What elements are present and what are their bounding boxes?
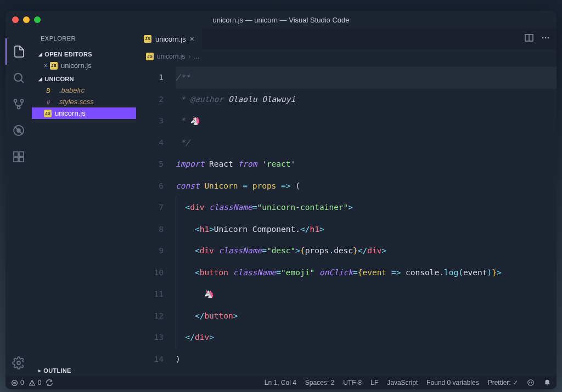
js-file-icon: JS	[44, 110, 52, 117]
svg-point-25	[531, 382, 532, 383]
status-cursor[interactable]: Ln 1, Col 4	[265, 379, 296, 387]
status-variables[interactable]: Found 0 variables	[426, 379, 479, 387]
debug-icon[interactable]	[5, 117, 32, 144]
status-encoding[interactable]: UTF-8	[343, 379, 362, 387]
code-line[interactable]: * @author Olaolu Olawuyi	[176, 89, 557, 111]
status-spaces[interactable]: Spaces: 2	[305, 379, 334, 387]
svg-point-0	[14, 73, 22, 81]
code-line[interactable]: <div className="unicorn-container">	[176, 197, 557, 219]
breadcrumb-file: unicorn.js	[157, 53, 185, 60]
code-area[interactable]: 1234567891011121314 /** * @author Olaolu…	[136, 64, 557, 376]
file-name: unicorn.js	[55, 109, 86, 117]
code-line[interactable]: import React from 'react'	[176, 154, 557, 175]
svg-point-16	[545, 37, 547, 39]
traffic-lights	[12, 16, 41, 23]
titlebar: unicorn.js — unicorn — Visual Studio Cod…	[5, 11, 557, 29]
status-eol[interactable]: LF	[370, 379, 378, 387]
status-feedback-icon[interactable]	[527, 379, 535, 387]
js-file-icon: JS	[146, 53, 154, 60]
window-close-button[interactable]	[12, 16, 19, 23]
status-warnings[interactable]: 0	[29, 379, 42, 387]
code-line[interactable]: <button className="emoji" onClick={event…	[176, 262, 557, 284]
outline-title[interactable]: ▸OUTLINE	[32, 365, 136, 376]
code-line[interactable]: </button>	[176, 305, 557, 327]
chevron-down-icon: ◢	[38, 52, 42, 57]
sidebar-header: EXPLORER	[32, 29, 136, 48]
breadcrumb[interactable]: JS unicorn.js › ...	[136, 49, 557, 64]
file-item[interactable]: #styles.scss	[32, 96, 136, 107]
babel-file-icon: B	[44, 87, 53, 94]
more-actions-icon[interactable]	[541, 33, 550, 44]
code-line[interactable]: <div className="desc">{props.desc}</div>	[176, 240, 557, 262]
tabs-row: JSunicorn.js×	[136, 29, 557, 49]
svg-rect-9	[19, 152, 24, 156]
status-bell-icon[interactable]	[543, 379, 551, 387]
svg-point-3	[21, 100, 24, 103]
settings-gear-icon[interactable]	[5, 350, 32, 376]
code-line[interactable]: const Unicorn = props => (	[176, 175, 557, 197]
editor-area: JSunicorn.js× JS unicorn.js › ... 123456…	[136, 29, 557, 376]
status-errors[interactable]: 0	[11, 379, 24, 387]
code-line[interactable]: */	[176, 132, 557, 154]
tab[interactable]: JSunicorn.js×	[136, 29, 202, 49]
extensions-icon[interactable]	[5, 144, 32, 170]
code-line[interactable]: )	[176, 349, 557, 371]
svg-point-2	[14, 100, 17, 103]
chevron-right-icon: ▸	[38, 368, 41, 373]
source-control-icon[interactable]	[5, 91, 32, 117]
code-line[interactable]: </div>	[176, 327, 557, 349]
tabs-actions	[518, 29, 557, 49]
close-icon[interactable]: ×	[190, 35, 194, 43]
chevron-down-icon: ◢	[38, 76, 42, 82]
scss-file-icon: #	[44, 99, 53, 105]
svg-point-7	[17, 129, 20, 132]
body: EXPLORER ◢OPEN EDITORS ×JSunicorn.js ◢UN…	[5, 29, 557, 376]
close-icon[interactable]: ×	[44, 62, 48, 70]
code-content[interactable]: /** * @author Olaolu Olawuyi * 🦄 */impor…	[176, 64, 557, 376]
window-title: unicorn.js — unicorn — Visual Studio Cod…	[212, 16, 349, 24]
js-file-icon: JS	[50, 62, 58, 70]
split-editor-icon[interactable]	[525, 33, 533, 44]
breadcrumb-tail: ...	[194, 53, 199, 60]
sidebar: EXPLORER ◢OPEN EDITORS ×JSunicorn.js ◢UN…	[32, 29, 136, 376]
open-editors-title[interactable]: ◢OPEN EDITORS	[32, 49, 136, 60]
chevron-right-icon: ›	[188, 53, 190, 60]
search-icon[interactable]	[5, 65, 32, 91]
svg-rect-10	[14, 157, 18, 162]
explorer-icon[interactable]	[5, 38, 32, 65]
code-line[interactable]: 🦄	[176, 283, 557, 305]
project-title[interactable]: ◢UNICORN	[32, 73, 136, 84]
js-file-icon: JS	[144, 35, 151, 43]
svg-rect-8	[14, 152, 18, 156]
window: unicorn.js — unicorn — Visual Studio Cod…	[5, 11, 557, 389]
svg-point-12	[17, 361, 20, 365]
file-item[interactable]: B.babelrc	[32, 84, 136, 96]
svg-point-23	[528, 380, 534, 386]
svg-point-17	[548, 37, 549, 39]
tab-label: unicorn.js	[155, 35, 186, 43]
code-line[interactable]: /**	[176, 67, 557, 89]
project-section: ◢UNICORN B.babelrc#styles.scssJSunicorn.…	[32, 72, 136, 120]
window-maximize-button[interactable]	[34, 16, 41, 23]
activity-bar	[5, 29, 32, 376]
svg-line-1	[21, 80, 24, 83]
line-number-gutter: 1234567891011121314	[136, 64, 176, 376]
status-sync-icon[interactable]	[46, 379, 53, 387]
window-minimize-button[interactable]	[23, 16, 30, 23]
svg-point-15	[542, 37, 544, 39]
file-name: .babelrc	[59, 86, 85, 94]
code-line[interactable]: * 🦄	[176, 110, 557, 132]
status-prettier[interactable]: Prettier: ✓	[488, 379, 518, 387]
open-editors-section: ◢OPEN EDITORS ×JSunicorn.js	[32, 48, 136, 72]
svg-point-24	[530, 382, 530, 383]
status-language[interactable]: JavaScript	[387, 379, 418, 387]
file-name: unicorn.js	[61, 61, 92, 70]
file-name: styles.scss	[59, 98, 94, 106]
open-editor-item[interactable]: ×JSunicorn.js	[32, 60, 136, 71]
file-item[interactable]: JSunicorn.js	[32, 107, 136, 119]
svg-rect-11	[19, 157, 24, 162]
code-line[interactable]: <h1>Unicorn Component.</h1>	[176, 219, 557, 241]
svg-point-22	[32, 384, 32, 384]
svg-point-4	[18, 106, 20, 109]
statusbar: 0 0 Ln 1, Col 4 Spaces: 2 UTF-8 LF JavaS…	[5, 376, 557, 389]
